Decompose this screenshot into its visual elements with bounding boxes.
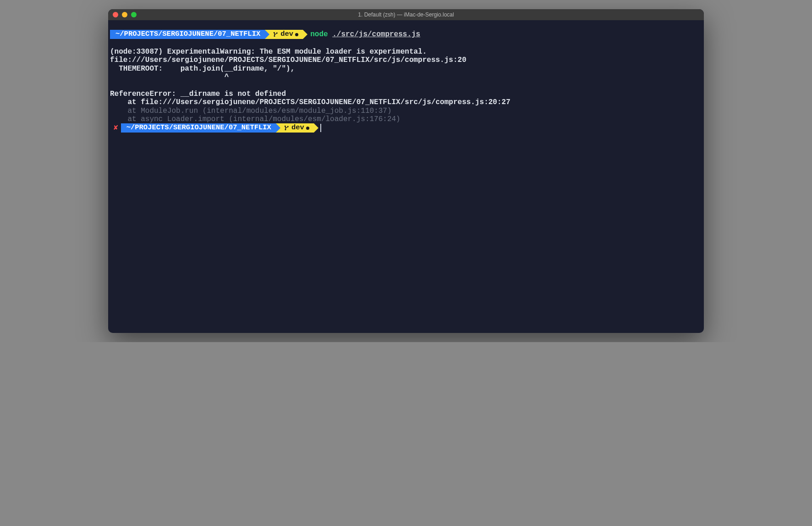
titlebar[interactable]: 1. Default (zsh) — iMac-de-Sergio.local bbox=[108, 9, 704, 20]
git-branch-icon bbox=[284, 125, 290, 131]
stack-frame-dim: at async Loader.import (internal/modules… bbox=[110, 115, 401, 123]
output-line: file:///Users/sergiojunene/PROJECTS/SERG… bbox=[110, 56, 466, 64]
maximize-icon[interactable] bbox=[131, 12, 137, 17]
output-line: (node:33087) ExperimentalWarning: The ES… bbox=[110, 48, 427, 56]
branch-segment: dev bbox=[265, 30, 303, 39]
prompt-line-2: ✘~/PROJECTS/SERGIOJUNENE/07_NETFLIXdev bbox=[110, 123, 702, 133]
cursor[interactable] bbox=[320, 124, 321, 132]
stack-frame: at file:///Users/sergiojunene/PROJECTS/S… bbox=[110, 98, 510, 106]
path-segment: ~/PROJECTS/SERGIOJUNENE/07_NETFLIX bbox=[121, 123, 276, 133]
window-title: 1. Default (zsh) — iMac-de-Sergio.local bbox=[358, 11, 454, 18]
minimize-icon[interactable] bbox=[122, 12, 127, 17]
stack-frame-dim: at ModuleJob.run (internal/modules/esm/m… bbox=[110, 107, 392, 115]
terminal-content[interactable]: ~/PROJECTS/SERGIOJUNENE/07_NETFLIXdevnod… bbox=[108, 20, 704, 333]
error-heading: ReferenceError: __dirname is not defined bbox=[110, 90, 286, 98]
branch-segment: dev bbox=[276, 123, 314, 133]
dirty-indicator-icon bbox=[306, 127, 309, 130]
path-text: ~/PROJECTS/SERGIOJUNENE/07_NETFLIX bbox=[115, 30, 260, 39]
command: node ./src/js/compress.js bbox=[303, 30, 420, 39]
error-status-icon: ✘ bbox=[110, 124, 121, 132]
output-line: THEMEROOT: path.join(__dirname, "/"), bbox=[110, 65, 295, 73]
command-binary: node bbox=[310, 30, 328, 39]
git-branch-icon bbox=[273, 31, 279, 38]
branch-name: dev bbox=[291, 124, 304, 132]
close-icon[interactable] bbox=[113, 12, 118, 17]
prompt-line-1: ~/PROJECTS/SERGIOJUNENE/07_NETFLIXdevnod… bbox=[110, 30, 702, 39]
window-controls bbox=[113, 12, 137, 17]
terminal-window: 1. Default (zsh) — iMac-de-Sergio.local … bbox=[108, 9, 704, 333]
command-argument: ./src/js/compress.js bbox=[332, 30, 420, 39]
branch-name: dev bbox=[280, 30, 293, 39]
output-caret: ^ bbox=[110, 73, 229, 81]
dirty-indicator-icon bbox=[295, 33, 298, 36]
path-segment: ~/PROJECTS/SERGIOJUNENE/07_NETFLIX bbox=[110, 30, 265, 39]
path-text: ~/PROJECTS/SERGIOJUNENE/07_NETFLIX bbox=[126, 124, 271, 132]
